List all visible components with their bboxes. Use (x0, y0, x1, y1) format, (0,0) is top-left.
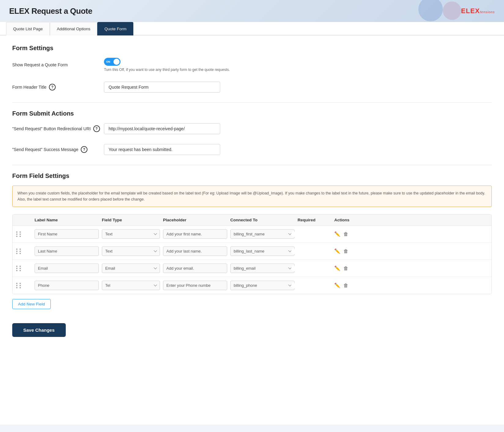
action-icons-0: ✏️ 🗑 (334, 231, 365, 237)
tab-additional-options[interactable]: Additional Options (50, 22, 98, 35)
redirect-uri-help-icon[interactable]: ? (93, 125, 100, 132)
header: ELEX Request a Quote ELEXtensions (0, 0, 504, 22)
form-header-title-input[interactable] (104, 82, 220, 93)
warning-box: When you create custom fields, the place… (12, 186, 492, 207)
form-submit-actions-title: Form Submit Actions (12, 110, 492, 117)
action-icons-2: ✏️ 🗑 (334, 265, 365, 271)
redirect-uri-label: "Send Request" Button Redirectional URI … (12, 125, 104, 132)
label-input-1[interactable] (35, 246, 99, 256)
edit-icon-2[interactable]: ✏️ (334, 265, 340, 271)
delete-icon-3[interactable]: 🗑 (343, 283, 348, 288)
col-header-actions: Actions (334, 218, 365, 222)
col-header-type: Field Type (102, 218, 163, 222)
edit-icon-3[interactable]: ✏️ (334, 282, 340, 288)
drag-handle[interactable] (16, 249, 35, 254)
col-header-drag (16, 218, 35, 222)
drag-handle[interactable] (16, 283, 35, 288)
edit-icon-1[interactable]: ✏️ (334, 248, 340, 254)
app-title: ELEX Request a Quote (9, 6, 92, 16)
redirect-uri-row: "Send Request" Button Redirectional URI … (12, 123, 492, 137)
label-input-2[interactable] (35, 264, 99, 273)
delete-icon-2[interactable]: 🗑 (343, 266, 348, 271)
show-form-hint: Turn this Off, if you want to use any th… (104, 68, 230, 72)
placeholder-input-2[interactable] (163, 264, 227, 273)
connected-select-0[interactable]: billing_first_name (230, 229, 295, 239)
table-row: Text Email Tel billing_email (13, 260, 491, 277)
success-message-input[interactable] (104, 144, 220, 155)
action-icons-3: ✏️ 🗑 (334, 282, 365, 288)
type-select-3[interactable]: Text Email Tel (102, 281, 160, 290)
col-header-label: Label Name (35, 218, 102, 222)
form-header-title-row: Form Header Title ? (12, 82, 492, 96)
col-header-required: Required (298, 218, 334, 222)
placeholder-input-3[interactable] (163, 281, 227, 290)
col-header-placeholder: Placeholder (163, 218, 230, 222)
type-select-2[interactable]: Text Email Tel (102, 264, 160, 273)
tab-quote-form[interactable]: Quote Form (97, 22, 133, 35)
drag-handle[interactable] (16, 266, 35, 271)
toggle-on-text: ON (106, 60, 110, 63)
tab-quote-list[interactable]: Quote List Page (6, 22, 50, 35)
logo-prefix: ELE (461, 7, 475, 15)
form-settings-section: Form Settings Show Request a Quote Form … (12, 45, 492, 96)
tabs-bar: Quote List Page Additional Options Quote… (0, 22, 504, 35)
show-form-toggle[interactable]: ON (104, 58, 120, 66)
success-message-help-icon[interactable]: ? (81, 146, 87, 153)
success-message-row: "Send Request" Success Message ? (12, 144, 492, 158)
show-form-row: Show Request a Quote Form ON Turn this O… (12, 58, 492, 75)
table-row: Text Email Tel billing_last_name (13, 243, 491, 260)
save-changes-button[interactable]: Save Changes (12, 323, 66, 337)
form-settings-title: Form Settings (12, 45, 492, 52)
logo-accent: X (475, 7, 480, 15)
table-row: Text Email Tel Textarea billing_first_na… (13, 226, 491, 243)
form-submit-actions-section: Form Submit Actions "Send Request" Butto… (12, 110, 492, 158)
form-field-settings-title: Form Field Settings (12, 172, 492, 179)
placeholder-input-1[interactable] (163, 246, 227, 256)
connected-select-1[interactable]: billing_last_name (230, 246, 295, 256)
label-input-3[interactable] (35, 281, 99, 290)
add-new-field-button[interactable]: Add New Field (12, 299, 51, 309)
show-form-toggle-container: ON Turn this Off, if you want to use any… (104, 58, 230, 72)
placeholder-input-0[interactable] (163, 229, 227, 239)
field-table: Label Name Field Type Placeholder Connec… (12, 214, 492, 294)
success-message-label: "Send Request" Success Message ? (12, 146, 104, 153)
logo-suffix: tensions (480, 10, 495, 14)
edit-icon-0[interactable]: ✏️ (334, 231, 340, 237)
show-form-label: Show Request a Quote Form (12, 62, 104, 67)
action-icons-1: ✏️ 🗑 (334, 248, 365, 254)
delete-icon-0[interactable]: 🗑 (343, 231, 348, 237)
form-field-settings-section: Form Field Settings When you create cust… (12, 172, 492, 309)
delete-icon-1[interactable]: 🗑 (343, 249, 348, 254)
redirect-uri-input[interactable] (104, 123, 220, 134)
table-header-row: Label Name Field Type Placeholder Connec… (13, 215, 491, 226)
label-input-0[interactable] (35, 229, 99, 239)
main-content: Form Settings Show Request a Quote Form … (0, 35, 504, 425)
drag-handle[interactable] (16, 231, 35, 237)
table-row: Text Email Tel billing_phone (13, 277, 491, 294)
connected-select-3[interactable]: billing_phone (230, 281, 295, 290)
connected-select-2[interactable]: billing_email (230, 264, 295, 273)
form-header-help-icon[interactable]: ? (49, 84, 56, 90)
logo: ELEXtensions (461, 7, 495, 15)
col-header-connected: Connected To (230, 218, 298, 222)
form-header-title-label: Form Header Title ? (12, 84, 104, 90)
type-select-0[interactable]: Text Email Tel Textarea (102, 229, 160, 239)
type-select-1[interactable]: Text Email Tel (102, 246, 160, 256)
